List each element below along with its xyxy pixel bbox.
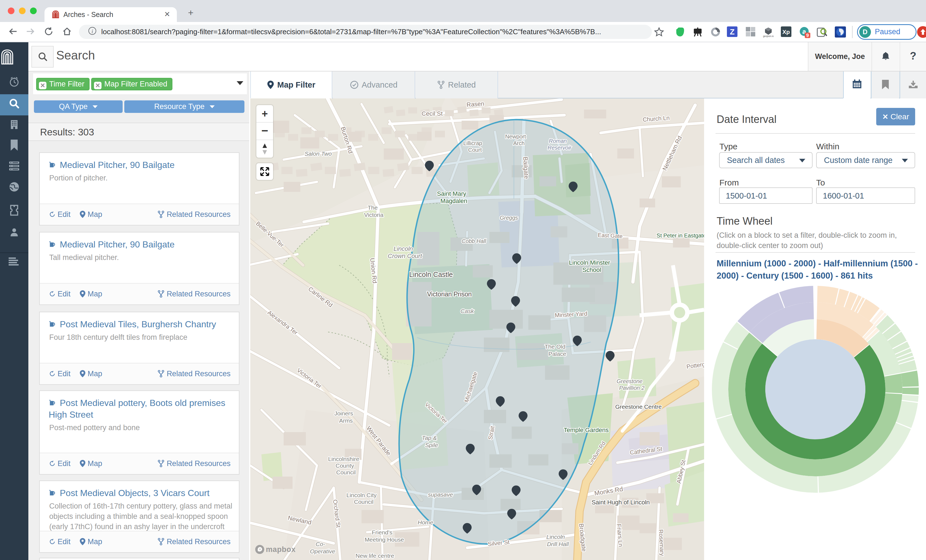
svg-text:Council: Council (354, 498, 374, 505)
svg-text:Reservoir: Reservoir (548, 145, 572, 151)
svg-text:Lincoln Minster: Lincoln Minster (569, 259, 610, 266)
svg-text:Victoria: Victoria (364, 212, 383, 218)
svg-text:Lincoln Castle: Lincoln Castle (409, 271, 453, 278)
svg-text:supasave: supasave (428, 491, 453, 498)
svg-text:Arch: Arch (513, 140, 525, 146)
svg-text:Crown Court: Crown Court (387, 253, 422, 259)
svg-text:Z: Z (730, 27, 734, 36)
svg-text:Temple Gardens: Temple Gardens (564, 427, 608, 433)
svg-text:Cecil St: Cecil St (422, 110, 443, 117)
svg-text:9: 9 (806, 33, 809, 38)
svg-text:Newport: Newport (505, 133, 526, 139)
svg-text:Friend's: Friend's (372, 529, 392, 536)
svg-text:Rasen: Rasen (466, 100, 484, 108)
svg-text:Home: Home (418, 519, 433, 525)
svg-text:Council: Council (336, 469, 356, 475)
svg-text:Magdalen: Magdalen (440, 197, 468, 204)
svg-text:Palace: Palace (548, 351, 566, 357)
svg-text:Tap &: Tap & (422, 434, 437, 441)
svg-text:Bailgate: Bailgate (522, 157, 530, 179)
svg-text:Operative: Operative (310, 548, 335, 554)
svg-text:Spile: Spile (425, 442, 438, 448)
svg-text:Victorian Prison: Victorian Prison (427, 291, 472, 298)
svg-text:The Old: The Old (545, 344, 566, 350)
svg-text:Arms: Arms (339, 417, 353, 424)
svg-text:School: School (582, 266, 601, 273)
svg-text:Greggs: Greggs (500, 215, 518, 221)
svg-text:Meeting House: Meeting House (365, 536, 404, 543)
svg-text:East Gate: East Gate (598, 232, 623, 239)
svg-text:geojson.io: geojson.io (763, 35, 774, 38)
svg-text:St Peter in Eastgate: St Peter in Eastgate (657, 232, 704, 239)
svg-text:Lincolnshire: Lincolnshire (328, 456, 359, 462)
svg-text:Saint Hugh of Lincoln: Saint Hugh of Lincoln (592, 499, 649, 506)
svg-text:Saint Mary: Saint Mary (437, 190, 466, 197)
svg-text:Rosemary: Rosemary (658, 529, 666, 556)
svg-text:Joiners: Joiners (334, 410, 353, 416)
svg-text:Cask: Cask (460, 308, 474, 314)
svg-text:Drill Hall: Drill Hall (547, 541, 569, 547)
svg-text:The: The (368, 204, 378, 211)
svg-text:Court: Court (468, 147, 482, 153)
svg-text:Greestone Centre: Greestone Centre (615, 403, 662, 410)
svg-text:New life centre: New life centre (356, 552, 394, 559)
svg-text:Roman: Roman (549, 138, 567, 144)
svg-text:Co-: Co- (316, 541, 325, 547)
svg-text:Lincoln: Lincoln (393, 245, 413, 252)
svg-text:Lillicrap: Lillicrap (463, 140, 482, 146)
svg-text:Lincoln City: Lincoln City (346, 492, 377, 498)
svg-text:Lincoln: Lincoln (546, 534, 565, 540)
svg-text:Cobb Hall: Cobb Hall (461, 238, 486, 244)
svg-text:County: County (336, 462, 354, 469)
svg-text:Salon Two: Salon Two (304, 150, 332, 157)
svg-text:Pavillion 2: Pavillion 2 (619, 385, 644, 391)
svg-text:Greestone: Greestone (616, 378, 642, 384)
svg-text:Xp: Xp (782, 29, 790, 35)
